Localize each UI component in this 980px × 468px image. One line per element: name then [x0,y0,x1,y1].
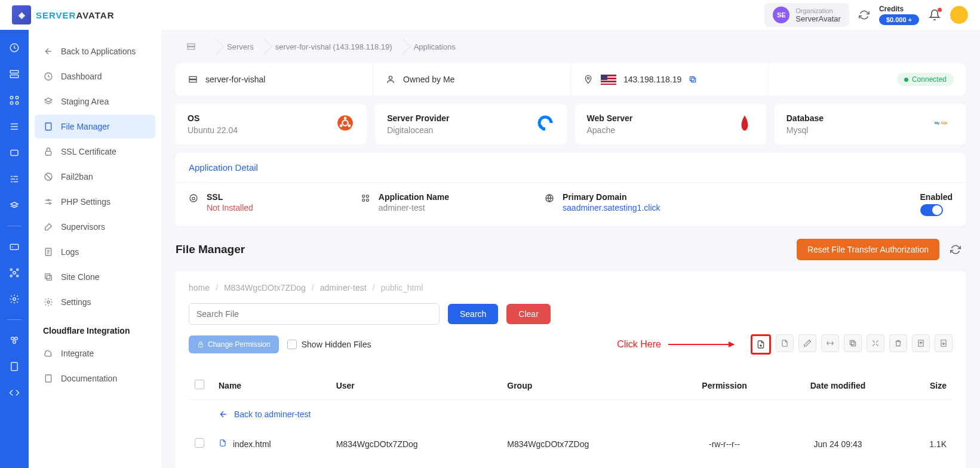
search-button[interactable]: Search [448,304,498,324]
nav-site-clone[interactable]: Site Clone [35,265,155,289]
nav-settings[interactable]: Settings [35,290,155,314]
col-name: Name [213,371,330,400]
annotation-click-here: Click Here [617,339,734,350]
file-manager-panel: home/ M834WgcDOtx7ZDog/ adminer-test/ pu… [176,271,966,468]
nav-file-manager[interactable]: File Manager [35,115,155,138]
svg-rect-31 [188,47,195,50]
rail-code-icon[interactable] [8,387,20,399]
new-folder-button[interactable] [776,334,794,352]
copy-icon [43,272,54,282]
rail-billing-icon[interactable] [8,241,20,253]
card-value: Apache [587,125,633,135]
path-part[interactable]: M834WgcDOtx7ZDog [224,283,306,292]
bell-icon[interactable] [929,9,941,21]
credits-badge[interactable]: $0.000 + [879,14,919,25]
svg-rect-21 [45,151,51,155]
nav-label: Supervisors [61,222,105,232]
move-button[interactable] [821,334,839,352]
fm-action-row: Change Permission Show Hidden Files Clic… [189,334,953,355]
refresh-icon[interactable] [859,10,870,20]
nav-back-label: Back to Applications [61,47,136,56]
enabled-toggle[interactable] [920,204,943,216]
file-table: Name User Group Permission Date modified… [189,371,953,459]
table-row[interactable]: index.html M834WgcDOtx7ZDog M834WgcDOtx7… [189,429,953,459]
logo-cube-icon: ◈ [12,5,31,24]
apache-icon [735,113,754,133]
copy-ip-icon[interactable] [689,75,697,84]
logo[interactable]: ◈ SERVERAVATAR [12,5,114,24]
path-part[interactable]: adminer-test [320,283,367,292]
change-perm-label: Change Permission [208,340,271,349]
svg-point-50 [366,195,368,198]
user-avatar[interactable] [950,6,968,24]
search-input[interactable] [189,303,440,325]
svg-rect-26 [47,275,51,280]
icon-rail [0,30,29,468]
svg-rect-2 [10,75,19,78]
refresh-fm-icon[interactable] [945,239,966,260]
nav-label: Dashboard [61,72,102,81]
card-title: Server Provider [387,113,449,123]
breadcrumb-applications[interactable]: Applications [403,39,466,55]
nav-back[interactable]: Back to Applications [35,39,155,63]
breadcrumb-servers[interactable]: Servers [216,39,265,55]
fm-section-head: File Manager Reset File Transfer Authori… [176,239,966,260]
detail-app-name: Application Nameadminer-test [361,192,449,213]
server-name-cell: server-for-vishal [176,63,373,96]
rail-network-icon[interactable] [8,173,20,185]
reset-transfer-button[interactable]: Reset File Transfer Authorization [797,239,939,260]
owner-text: Owned by Me [403,75,454,84]
svg-rect-56 [850,340,854,344]
breadcrumb-home[interactable] [176,38,216,55]
nav-ssl[interactable]: SSL Certificate [35,140,155,164]
detail-ssl: SSLNot Installed [189,192,253,213]
row-checkbox[interactable] [195,438,204,448]
nav-php[interactable]: PHP Settings [35,190,155,214]
rail-list-icon[interactable] [8,121,20,133]
change-permission-button[interactable]: Change Permission [189,335,279,353]
rail-storage-icon[interactable] [8,147,20,159]
path-current: public_html [380,283,423,292]
show-hidden-checkbox[interactable]: Show Hidden Files [287,340,371,349]
nav-logs[interactable]: Logs [35,240,155,264]
svg-rect-33 [189,80,196,82]
rail-team-icon[interactable] [8,334,20,346]
nav-dashboard[interactable]: Dashboard [35,64,155,88]
svg-rect-8 [10,244,19,250]
nav-integrate[interactable]: Integrate [35,341,155,365]
back-label: Back to adminer-test [234,410,311,419]
rail-integrations-icon[interactable] [8,267,20,279]
new-file-button[interactable] [751,334,771,355]
select-all-checkbox[interactable] [195,380,204,389]
nav-staging[interactable]: Staging Area [35,90,155,113]
rail-docs-icon[interactable] [8,361,20,372]
pin-icon [583,74,594,85]
download-button[interactable] [935,334,953,352]
nav-label: Documentation [61,374,117,383]
path-part[interactable]: home [189,283,210,292]
edit-button[interactable] [798,334,816,352]
nav-supervisors[interactable]: Supervisors [35,215,155,239]
organization-switcher[interactable]: SE Organization ServerAvatar [764,3,849,27]
nav-fail2ban[interactable]: Fail2ban [35,165,155,189]
rail-support-icon[interactable] [8,199,20,211]
back-row[interactable]: Back to adminer-test [189,400,953,429]
domain-value[interactable]: saadminer.satesting1.click [563,203,660,213]
card-title: Database [787,113,824,123]
nav-documentation[interactable]: Documentation [35,367,155,390]
clear-button[interactable]: Clear [506,304,550,324]
col-group: Group [501,371,672,400]
globe-icon [545,193,555,203]
rail-apps-icon[interactable] [8,94,20,106]
copy-button[interactable] [844,334,862,352]
upload-button[interactable] [912,334,930,352]
rail-servers-icon[interactable] [8,68,20,80]
compress-button[interactable] [867,334,884,352]
credits-label: Credits [879,5,919,13]
show-hidden-label: Show Hidden Files [302,340,371,349]
rail-settings-icon[interactable] [8,293,20,305]
file-size: 1.1K [899,429,953,459]
delete-button[interactable] [889,334,907,352]
rail-dashboard-icon[interactable] [8,42,20,54]
breadcrumb-server-detail[interactable]: server-for-vishal (143.198.118.19) [265,39,403,55]
